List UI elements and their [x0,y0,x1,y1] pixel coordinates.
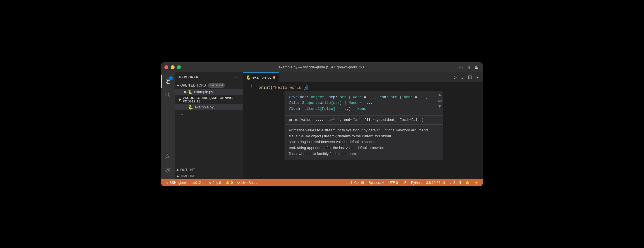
sig-star: * [291,95,293,99]
open-editors-section[interactable]: ▶ OPEN EDITORS 1 unsaved [175,82,243,89]
line-endings-item[interactable]: LF [400,181,409,185]
sidebar-more-actions[interactable]: ··· [234,75,238,80]
warnings-count: 0 [219,181,221,185]
cursor-position-item[interactable]: Ln 1, Col 19 [344,181,367,185]
workspace-chevron: ▶ [179,98,182,101]
encoding-label: UTF-8 [388,181,398,185]
notifications-item[interactable]: 🔔 0 [223,179,235,186]
svg-point-4 [167,155,169,157]
main-content: 1 [161,72,483,179]
sig-none2: None [404,95,413,99]
tooltip-desc-line5: flush: whether to forcibly flush the str… [289,151,439,157]
status-extra-icon: ⚡ [474,181,478,185]
customize-layout-icon[interactable]: ⊞ [474,64,480,70]
workspace-section[interactable]: ▶ VSCODE-GUIDE [SSH: GBNWP-POD012-1] [175,95,243,104]
notifications-bell-item[interactable]: 🔔 [463,181,472,185]
vscode-window: example.py — vscode-guide [SSH: gbnwp-po… [161,62,483,186]
line-number-1: 1 [243,85,253,89]
code-token-string: "Hello world" [273,85,304,90]
run-icon[interactable]: ▷ [452,73,458,81]
nav-down-icon[interactable]: ▼ [438,104,441,109]
sig-colon1: : [306,95,311,99]
code-editor[interactable]: print("Hello world") (*values: object, s… [256,82,483,179]
sig-values: values [293,95,307,99]
svg-point-5 [167,169,169,171]
sig-none1: None [353,95,362,99]
status-bar-right: Ln 1, Col 19 Spaces: 4 UTF-8 LF Python 3… [344,181,481,185]
open-editor-file-example[interactable]: 🐍 example.py [175,89,243,95]
editor-area: 🐍 example.py ▷ ⌄ ⊡ ··· 1 print("Hello wo… [243,72,483,179]
tab-example-py[interactable]: 🐍 example.py [243,72,279,82]
titlebar: example.py — vscode-guide [SSH: gbnwp-po… [161,62,483,72]
notif-count: 0 [231,181,233,185]
sig-end-param: end [380,95,386,99]
cursor [306,85,308,90]
timeline-chevron: ▶ [177,175,179,178]
activity-bar: 1 [161,72,175,179]
sig-eq1: = ..., [362,95,380,99]
sig-colon2: : [335,95,340,99]
account-icon [165,154,171,160]
search-icon [165,92,171,98]
ssh-status-item[interactable]: ✕ SSH: gbnwp-pod012-1 [163,179,206,186]
tooltip-desc-line2: file: a file-like object (stream); defau… [289,133,439,139]
open-file-name: example.py [194,90,240,94]
notif-icon: 🔔 [226,181,230,185]
split-editor-icon[interactable]: ▭ [458,64,464,70]
svg-rect-1 [167,80,170,84]
errors-item[interactable]: ⊗ 0 △ 0 [206,179,223,186]
outline-section[interactable]: ▶ OUTLINE [175,167,243,173]
spaces-label: Spaces: 4 [369,181,384,185]
open-editors-chevron: ▶ [177,84,179,87]
sig-pipe3: | [342,101,348,105]
timeline-section[interactable]: ▶ TIMELINE [175,173,243,179]
run-dropdown-icon[interactable]: ⌄ [459,73,465,81]
sig-type-str2: str [391,95,397,99]
unsaved-dot [184,91,186,93]
sig-flush-param: flush [289,107,300,111]
explorer-badge: 1 [169,76,173,80]
tooltip-counter: 1/2 [438,98,442,104]
nav-up-icon[interactable]: ▲ [438,93,441,97]
sidebar-extra-actions[interactable]: ··· [175,110,243,119]
tooltip-desc-line3: sep: string inserted between values, def… [289,139,439,145]
tooltip-desc-line4: end: string appended after the last valu… [289,145,439,151]
workspace-file-example[interactable]: 🐍 example.py [175,104,243,110]
sig-supports-write: SupportsWrite[str] [302,101,342,105]
spell-check-label: ✓ Spell [450,181,461,185]
errors-icon: ⊗ [208,181,211,185]
live-share-item[interactable]: ⟳ Live Share [235,179,260,186]
encoding-item[interactable]: UTF-8 [386,181,400,185]
minimize-button[interactable] [171,65,175,69]
open-editors-badge: 1 unsaved [208,83,224,88]
window-title: example.py — vscode-guide [SSH: gbnwp-po… [279,65,365,69]
sidebar: EXPLORER ··· ▶ OPEN EDITORS 1 unsaved 🐍 … [175,72,243,179]
tooltip-description: Prints the values to a stream, or to sys… [285,125,443,160]
bell-icon: 🔔 [465,181,470,185]
open-editors-label: OPEN EDITORS [180,83,206,87]
activity-explorer[interactable]: 1 [161,75,175,88]
spaces-item[interactable]: Spaces: 4 [367,181,386,185]
more-actions-btn[interactable]: ··· [474,74,481,81]
activity-account[interactable] [161,150,175,163]
sig-eq2: = ..., [413,95,428,99]
sig-open: ( [289,95,291,99]
tab-actions: ▷ ⌄ ⊡ ··· [449,73,483,81]
status-bar: ✕ SSH: gbnwp-pod012-1 ⊗ 0 △ 0 🔔 0 ⟳ Live… [161,179,483,186]
activity-search[interactable] [161,88,175,102]
sig-none-return: None [357,107,366,111]
status-extra-item[interactable]: ⚡ [472,181,481,185]
sig-type-str1: str [340,95,346,99]
maximize-button[interactable] [177,65,181,69]
close-button[interactable] [164,65,168,69]
split-editor-btn[interactable]: ⊡ [467,73,473,81]
python-version-item[interactable]: 3.8.10 64-bit [424,181,447,185]
toggle-sidebar-icon[interactable]: ▯ [467,64,471,70]
language-label: Python [411,181,421,185]
language-item[interactable]: Python [409,181,424,185]
activity-settings[interactable] [161,163,175,177]
errors-count: 0 [212,181,214,185]
editor-content: 1 print("Hello world") (*values: object,… [243,82,483,179]
spell-check-item[interactable]: ✓ Spell [447,181,463,185]
svg-point-2 [166,93,169,96]
